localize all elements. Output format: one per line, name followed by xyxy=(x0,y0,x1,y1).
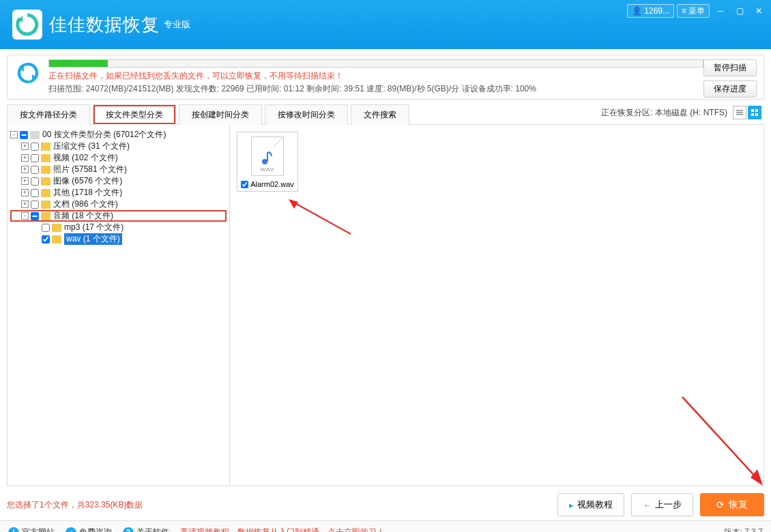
globe-icon: i xyxy=(8,527,19,533)
folder-icon xyxy=(52,235,61,243)
close-button[interactable]: ✕ xyxy=(751,4,767,18)
promo-link[interactable]: 高清视频教程，数据恢复从入门到精通，点击立即学习！ xyxy=(180,527,385,532)
video-tutorial-button[interactable]: ▸ 视频教程 xyxy=(557,493,624,516)
tree-label: mp3 (17 个文件) xyxy=(64,222,123,233)
file-item[interactable]: WAV Alarm02.wav xyxy=(237,132,298,192)
tree-checkbox[interactable] xyxy=(31,177,39,186)
drive-icon xyxy=(30,131,40,139)
tree-toggle[interactable]: + xyxy=(21,166,29,173)
svg-line-9 xyxy=(293,202,351,234)
tree-checkbox[interactable] xyxy=(42,224,50,232)
list-view-button[interactable] xyxy=(733,106,746,119)
tree-label: 视频 (102 个文件) xyxy=(53,152,118,164)
save-progress-button[interactable]: 保存进度 xyxy=(703,80,757,98)
tree-node[interactable]: wav (1 个文件) xyxy=(10,233,227,245)
tree-checkbox[interactable] xyxy=(42,235,50,243)
prev-label: 上一步 xyxy=(655,499,682,511)
main-content: -00 按文件类型分类 (67012个文件)+压缩文件 (31 个文件)+视频 … xyxy=(7,125,764,486)
tree-toggle[interactable]: + xyxy=(21,154,29,162)
scan-message: 正在扫描文件，如果已经找到您丢失的文件，可以立即恢复，不用等待扫描结束！ xyxy=(48,70,757,82)
tree-node[interactable]: -00 按文件类型分类 (67012个文件) xyxy=(10,129,227,141)
svg-marker-10 xyxy=(289,199,298,209)
file-thumbnail: WAV xyxy=(251,136,284,176)
tree-node[interactable]: +图像 (6576 个文件) xyxy=(10,175,227,187)
tab-2[interactable]: 按创建时间分类 xyxy=(179,104,262,125)
app-logo xyxy=(12,10,42,40)
annotation-arrow xyxy=(286,196,354,237)
video-icon: ▸ xyxy=(569,500,574,510)
tree-checkbox[interactable] xyxy=(31,189,39,197)
partition-info: 正在恢复分区: 本地磁盘 (H: NTFS) xyxy=(601,107,727,119)
user-button[interactable]: 👤 1269... xyxy=(627,4,674,18)
grid-view-button[interactable] xyxy=(748,106,761,119)
tree-toggle[interactable]: + xyxy=(21,189,29,196)
tab-1[interactable]: 按文件类型分类 xyxy=(93,104,176,125)
recover-button[interactable]: ⟳ 恢复 xyxy=(700,493,764,516)
tree-label: 文档 (986 个文件) xyxy=(53,198,118,210)
tree-node[interactable]: +文档 (986 个文件) xyxy=(10,198,227,210)
info-icon: ? xyxy=(123,527,134,533)
folder-icon xyxy=(41,154,50,162)
video-label: 视频教程 xyxy=(577,499,613,511)
tree-checkbox[interactable] xyxy=(31,166,39,174)
headset-icon: ♪ xyxy=(66,527,76,533)
svg-rect-4 xyxy=(755,109,758,112)
menu-icon: ≡ xyxy=(682,6,686,16)
tree-checkbox[interactable] xyxy=(31,154,39,162)
pause-scan-button[interactable]: 暂停扫描 xyxy=(703,59,757,76)
folder-icon xyxy=(41,189,50,197)
tree-toggle[interactable]: - xyxy=(10,131,18,138)
tab-3[interactable]: 按修改时间分类 xyxy=(265,104,348,125)
selection-info: 您选择了1个文件，共323.35(KB)数据 xyxy=(7,499,143,511)
tree-label: wav (1 个文件) xyxy=(64,233,122,245)
tab-0[interactable]: 按文件路径分类 xyxy=(7,104,90,125)
svg-point-7 xyxy=(262,159,267,164)
maximize-button[interactable]: ▢ xyxy=(731,4,748,18)
svg-rect-1 xyxy=(736,112,743,113)
tab-4[interactable]: 文件搜索 xyxy=(351,104,409,125)
tree-pane[interactable]: -00 按文件类型分类 (67012个文件)+压缩文件 (31 个文件)+视频 … xyxy=(8,125,230,486)
svg-rect-0 xyxy=(736,110,743,111)
tree-toggle[interactable]: - xyxy=(21,212,29,220)
tree-node[interactable]: mp3 (17 个文件) xyxy=(10,222,227,233)
official-site-link[interactable]: i官方网站 xyxy=(8,527,55,532)
folder-icon xyxy=(41,166,50,174)
minimize-button[interactable]: ─ xyxy=(712,4,729,18)
file-grid: WAV Alarm02.wav xyxy=(230,125,763,486)
menu-label: 菜单 xyxy=(688,5,705,17)
tree-label: 图像 (6576 个文件) xyxy=(53,175,122,187)
prev-step-button[interactable]: ← 上一步 xyxy=(631,493,693,516)
tree-checkbox[interactable] xyxy=(31,212,39,220)
file-ext: WAV xyxy=(261,166,274,173)
tree-node[interactable]: +视频 (102 个文件) xyxy=(10,152,227,164)
svg-rect-8 xyxy=(267,152,268,162)
tree-node[interactable]: -音频 (18 个文件) xyxy=(10,210,227,222)
app-subtitle: 专业版 xyxy=(164,18,190,31)
svg-rect-6 xyxy=(755,113,758,116)
user-icon: 👤 xyxy=(632,6,642,16)
folder-icon xyxy=(41,143,50,151)
tree-toggle[interactable]: + xyxy=(21,177,29,185)
tree-label: 照片 (57581 个文件) xyxy=(53,164,127,175)
tree-toggle[interactable]: + xyxy=(21,201,29,208)
folder-icon xyxy=(41,177,50,186)
tabs-row: 按文件路径分类按文件类型分类按创建时间分类按修改时间分类文件搜索 正在恢复分区:… xyxy=(7,104,764,125)
refresh-icon xyxy=(14,59,42,87)
tree-toggle[interactable]: + xyxy=(21,143,29,150)
tree-node[interactable]: +照片 (57581 个文件) xyxy=(10,164,227,175)
folder-icon xyxy=(41,201,50,209)
tree-label: 00 按文件类型分类 (67012个文件) xyxy=(42,129,166,141)
tree-node[interactable]: +压缩文件 (31 个文件) xyxy=(10,141,227,152)
user-label: 1269... xyxy=(644,6,669,16)
free-consult-link[interactable]: ♪免费咨询 xyxy=(66,527,112,532)
tree-checkbox[interactable] xyxy=(31,201,39,209)
music-note-icon xyxy=(261,150,274,165)
svg-rect-2 xyxy=(736,114,743,115)
tree-label: 其他 (1718 个文件) xyxy=(53,187,122,198)
about-link[interactable]: ?关于软件 xyxy=(123,527,169,532)
tree-checkbox[interactable] xyxy=(20,131,28,139)
menu-button[interactable]: ≡ 菜单 xyxy=(677,4,710,18)
file-checkbox[interactable] xyxy=(241,181,248,188)
tree-node[interactable]: +其他 (1718 个文件) xyxy=(10,187,227,198)
tree-checkbox[interactable] xyxy=(31,143,39,151)
